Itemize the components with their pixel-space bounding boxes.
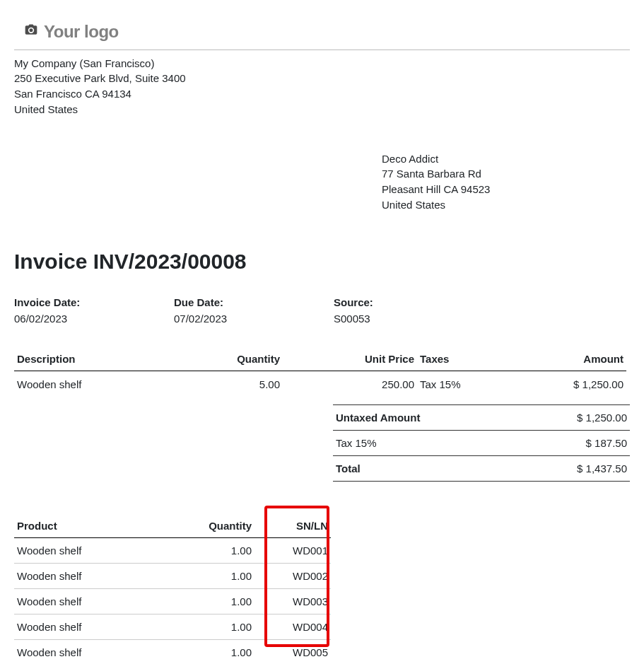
table-row: Wooden shelf1.00WD005 [14, 639, 331, 664]
snln-table: Product Quantity SN/LN Wooden shelf1.00W… [14, 514, 331, 664]
tax-label: Tax 15% [336, 436, 377, 450]
source-value: S00053 [334, 311, 493, 326]
cell-snln: WD001 [254, 537, 331, 563]
col-quantity: Quantity [191, 347, 283, 371]
company-city-line: San Francisco CA 94134 [14, 86, 630, 102]
cell-quantity: 1.00 [177, 588, 254, 614]
camera-icon [24, 22, 38, 42]
totals-block: Untaxed Amount $ 1,250.00 Tax 15% $ 187.… [333, 404, 630, 482]
cell-snln: WD002 [254, 563, 331, 588]
col-amount: Amount [488, 347, 626, 371]
col-quantity: Quantity [177, 514, 254, 538]
source-label: Source: [334, 295, 493, 310]
due-date-value: 07/02/2023 [174, 311, 334, 326]
client-address-block: Deco Addict 77 Santa Barbara Rd Pleasant… [382, 151, 490, 213]
cell-snln: WD005 [254, 639, 331, 664]
meta-row: Invoice Date: 06/02/2023 Due Date: 07/02… [14, 295, 630, 326]
cell-product: Wooden shelf [14, 614, 177, 639]
cell-taxes: Tax 15% [417, 371, 488, 397]
col-description: Description [14, 347, 191, 371]
invoice-date-value: 06/02/2023 [14, 311, 174, 326]
cell-product: Wooden shelf [14, 537, 177, 563]
cell-snln: WD004 [254, 614, 331, 639]
col-unit-price: Unit Price [283, 347, 417, 371]
document-title: Invoice INV/2023/00008 [14, 247, 630, 276]
invoice-lines-table: Description Quantity Unit Price Taxes Am… [14, 347, 626, 397]
cell-quantity: 5.00 [191, 371, 283, 397]
table-row: Wooden shelf 5.00 250.00 Tax 15% $ 1,250… [14, 371, 626, 397]
client-city-line: Pleasant Hill CA 94523 [382, 182, 490, 197]
cell-quantity: 1.00 [177, 639, 254, 664]
company-country: United States [14, 102, 630, 117]
logo-placeholder: Your logo [14, 14, 630, 50]
company-name: My Company (San Francisco) [14, 56, 630, 71]
cell-product: Wooden shelf [14, 563, 177, 588]
table-row: Wooden shelf1.00WD002 [14, 563, 331, 588]
col-snln: SN/LN [254, 514, 331, 538]
tax-value: $ 187.50 [586, 436, 627, 450]
col-product: Product [14, 514, 177, 538]
due-date-label: Due Date: [174, 295, 334, 310]
client-street: 77 Santa Barbara Rd [382, 166, 490, 182]
table-row: Wooden shelf1.00WD003 [14, 588, 331, 614]
table-header-row: Product Quantity SN/LN [14, 514, 331, 538]
client-name: Deco Addict [382, 151, 490, 167]
cell-quantity: 1.00 [177, 563, 254, 588]
total-label: Total [336, 461, 361, 476]
table-row: Wooden shelf1.00WD001 [14, 537, 331, 563]
col-taxes: Taxes [417, 347, 488, 371]
cell-amount: $ 1,250.00 [488, 371, 626, 397]
invoice-date-label: Invoice Date: [14, 295, 174, 310]
cell-quantity: 1.00 [177, 537, 254, 563]
cell-snln: WD003 [254, 588, 331, 614]
cell-description: Wooden shelf [14, 371, 191, 397]
cell-unit-price: 250.00 [283, 371, 417, 397]
company-address-block: My Company (San Francisco) 250 Executive… [14, 56, 630, 117]
company-street: 250 Executive Park Blvd, Suite 3400 [14, 71, 630, 86]
client-country: United States [382, 197, 490, 213]
total-value: $ 1,437.50 [577, 461, 627, 476]
cell-quantity: 1.00 [177, 614, 254, 639]
table-header-row: Description Quantity Unit Price Taxes Am… [14, 347, 626, 371]
logo-placeholder-text: Your logo [44, 20, 119, 44]
untaxed-value: $ 1,250.00 [577, 410, 627, 425]
cell-product: Wooden shelf [14, 588, 177, 614]
cell-product: Wooden shelf [14, 639, 177, 664]
untaxed-label: Untaxed Amount [336, 410, 420, 425]
table-row: Wooden shelf1.00WD004 [14, 614, 331, 639]
